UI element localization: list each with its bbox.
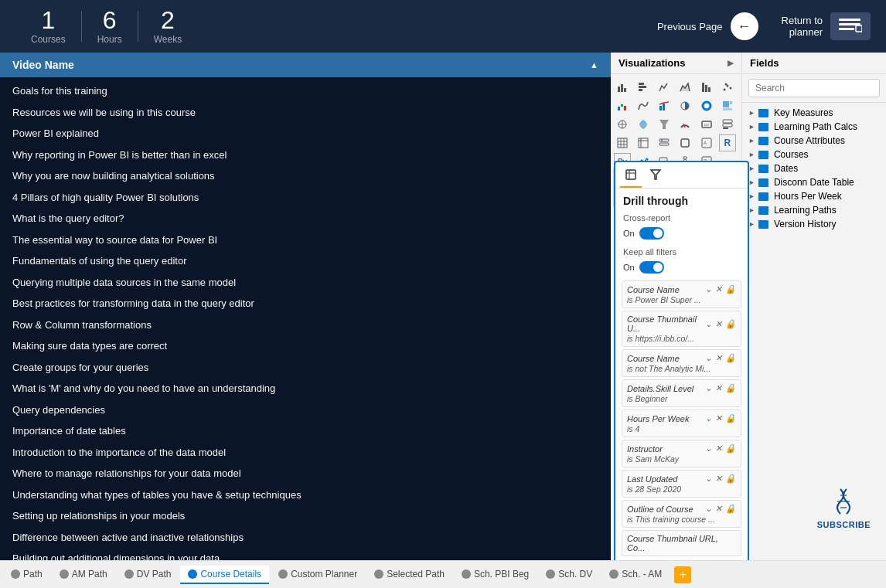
- filter-card[interactable]: Course Name ⌄ ✕ 🔒 is not The Analytic Mi…: [622, 349, 741, 377]
- fields-group-item[interactable]: ►Key Measures: [742, 106, 886, 120]
- filter-expand-icon[interactable]: ⌄: [705, 474, 712, 484]
- viz-scatter[interactable]: [719, 79, 736, 96]
- list-item[interactable]: What is the query editor?: [0, 208, 611, 229]
- filter-card[interactable]: Course Thumbnail U... ⌄ ✕ 🔒 is https://i…: [622, 311, 741, 347]
- filter-lock-icon[interactable]: 🔒: [725, 284, 736, 294]
- filter-card[interactable]: Instructor ⌄ ✕ 🔒 is Sam McKay: [622, 440, 741, 467]
- list-item[interactable]: Where to manage relationships for your d…: [0, 463, 611, 484]
- viz-combo[interactable]: [656, 97, 673, 114]
- viz-bar-chart[interactable]: [614, 79, 631, 96]
- viz-slicer[interactable]: [656, 134, 673, 151]
- viz-area-chart[interactable]: [676, 79, 693, 96]
- viz-bar2[interactable]: [698, 79, 715, 96]
- filter-close-icon[interactable]: ✕: [715, 383, 722, 393]
- cross-report-toggle[interactable]: [639, 227, 664, 240]
- filter-card[interactable]: Last Updated ⌄ ✕ 🔒 is 28 Sep 2020: [622, 470, 741, 498]
- list-item[interactable]: Why reporting in Power BI is better than…: [0, 144, 611, 166]
- viz-treemap[interactable]: [719, 97, 736, 114]
- list-item[interactable]: Setting up relationships in your models: [0, 505, 611, 527]
- list-item[interactable]: Row & Column transformations: [0, 314, 611, 336]
- fields-search-input[interactable]: [748, 79, 880, 97]
- viz-shape[interactable]: [676, 134, 693, 151]
- filter-expand-icon[interactable]: ⌄: [705, 504, 712, 514]
- viz-table[interactable]: [614, 134, 631, 151]
- fields-group-item[interactable]: ►Dates: [742, 161, 886, 175]
- list-item[interactable]: Goals for this training: [0, 80, 611, 102]
- tab-custom-planner[interactable]: Custom Planner: [271, 566, 365, 584]
- list-item[interactable]: Query dependencies: [0, 399, 611, 421]
- filter-card[interactable]: Outline of Course ⌄ ✕ 🔒 is This training…: [622, 500, 741, 528]
- filter-expand-icon[interactable]: ⌄: [705, 444, 712, 454]
- filter-card[interactable]: Course Name ⌄ ✕ 🔒 is Power BI Super ...: [622, 280, 741, 308]
- viz-filled-map[interactable]: [635, 116, 652, 133]
- filter-lock-icon[interactable]: 🔒: [725, 504, 736, 514]
- previous-page-button[interactable]: Previous Page ←: [657, 12, 758, 40]
- viz-multirow[interactable]: [719, 116, 736, 133]
- viz-textbox[interactable]: A: [698, 134, 715, 151]
- fields-group-item[interactable]: ►Course Attributes: [742, 134, 886, 148]
- fields-group-item[interactable]: ►Hours Per Week: [742, 189, 886, 203]
- viz-ribbon[interactable]: [635, 97, 652, 114]
- video-list[interactable]: Goals for this trainingResources we will…: [0, 77, 611, 560]
- list-item[interactable]: Create groups for your queries: [0, 357, 611, 379]
- visualizations-expand[interactable]: ▶: [728, 59, 734, 67]
- list-item[interactable]: 4 Pillars of high quality Power BI solut…: [0, 187, 611, 209]
- list-item[interactable]: Introduction to the importance of the da…: [0, 442, 611, 464]
- fields-group-item[interactable]: ►Disconn Date Table: [742, 175, 886, 189]
- list-item[interactable]: Power BI explained: [0, 123, 611, 144]
- filter-expand-icon[interactable]: ⌄: [705, 353, 712, 363]
- list-item[interactable]: Making sure data types are correct: [0, 335, 611, 357]
- viz-column-chart[interactable]: [635, 79, 652, 96]
- filter-card[interactable]: Hours Per Week ⌄ ✕ 🔒 is 4: [622, 410, 741, 437]
- filter-expand-icon[interactable]: ⌄: [705, 383, 712, 393]
- tab-path[interactable]: Path: [3, 566, 50, 584]
- viz-line-chart[interactable]: [656, 79, 673, 96]
- fields-group-item[interactable]: ►Courses: [742, 148, 886, 161]
- tab-dv-path[interactable]: DV Path: [117, 566, 179, 584]
- filter-close-icon[interactable]: ✕: [715, 319, 722, 329]
- drill-tab-filter[interactable]: [645, 165, 666, 188]
- filter-close-icon[interactable]: ✕: [715, 353, 722, 363]
- filter-close-icon[interactable]: ✕: [715, 474, 722, 484]
- fields-group-item[interactable]: ►Learning Path Calcs: [742, 120, 886, 134]
- tab-am-path[interactable]: AM Path: [52, 566, 115, 584]
- tab-course-details[interactable]: Course Details: [180, 566, 269, 584]
- filter-lock-icon[interactable]: 🔒: [725, 413, 736, 423]
- filter-expand-icon[interactable]: ⌄: [705, 319, 712, 329]
- filter-lock-icon[interactable]: 🔒: [725, 319, 736, 329]
- filter-expand-icon[interactable]: ⌄: [705, 413, 712, 423]
- list-item[interactable]: What is 'M' and why do you need to have …: [0, 378, 611, 399]
- filter-card[interactable]: Details.Skill Level ⌄ ✕ 🔒 is Beginner: [622, 379, 741, 407]
- viz-donut[interactable]: [698, 97, 715, 114]
- list-item[interactable]: Best practices for transforming data in …: [0, 293, 611, 314]
- list-item[interactable]: Why you are now building analytical solu…: [0, 165, 611, 187]
- keep-filters-toggle[interactable]: [639, 261, 664, 274]
- drill-tab-format[interactable]: [620, 165, 642, 188]
- add-tab-button[interactable]: +: [674, 566, 691, 583]
- filter-lock-icon[interactable]: 🔒: [725, 444, 736, 454]
- filter-lock-icon[interactable]: 🔒: [725, 353, 736, 363]
- return-planner-button[interactable]: Return to planner: [782, 12, 871, 40]
- viz-funnel[interactable]: [656, 116, 673, 133]
- filter-lock-icon[interactable]: 🔒: [725, 383, 736, 393]
- fields-group-item[interactable]: ►Version History: [742, 217, 886, 231]
- list-item[interactable]: Fundamentals of using the query editor: [0, 250, 611, 272]
- filter-close-icon[interactable]: ✕: [715, 504, 722, 514]
- list-item[interactable]: The essential way to source data for Pow…: [0, 229, 611, 251]
- viz-map[interactable]: [614, 116, 631, 133]
- list-item[interactable]: Understanding what types of tables you h…: [0, 484, 611, 506]
- filter-close-icon[interactable]: ✕: [715, 444, 722, 454]
- list-item[interactable]: Building out additional dimensions in yo…: [0, 548, 611, 560]
- filter-card[interactable]: Course Thumbnail URL, Co...: [622, 530, 741, 556]
- tab-sch.---am[interactable]: Sch. - AM: [601, 566, 670, 584]
- filter-lock-icon[interactable]: 🔒: [725, 474, 736, 484]
- filter-close-icon[interactable]: ✕: [715, 284, 722, 294]
- viz-pie[interactable]: [676, 97, 693, 114]
- list-item[interactable]: Resources we will be using in this cours…: [0, 102, 611, 124]
- fields-group-item[interactable]: ►Learning Paths: [742, 203, 886, 217]
- viz-r[interactable]: R: [719, 134, 736, 151]
- list-item[interactable]: Difference between active and inactive r…: [0, 527, 611, 549]
- list-item[interactable]: Importance of date tables: [0, 420, 611, 442]
- viz-card[interactable]: 123: [698, 116, 715, 133]
- tab-sch.-dv[interactable]: Sch. DV: [538, 566, 600, 584]
